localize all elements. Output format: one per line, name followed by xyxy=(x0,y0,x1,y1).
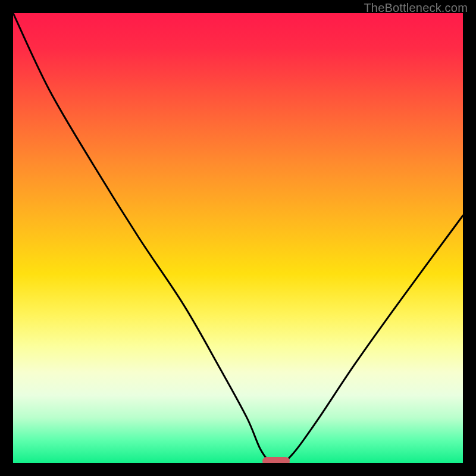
bottleneck-curve-svg xyxy=(13,13,463,463)
plot-area xyxy=(13,13,463,463)
optimum-marker-pill xyxy=(262,457,290,463)
bottleneck-curve-path xyxy=(13,13,463,463)
chart-container: TheBottleneck.com xyxy=(0,0,476,476)
watermark-text: TheBottleneck.com xyxy=(364,1,468,15)
